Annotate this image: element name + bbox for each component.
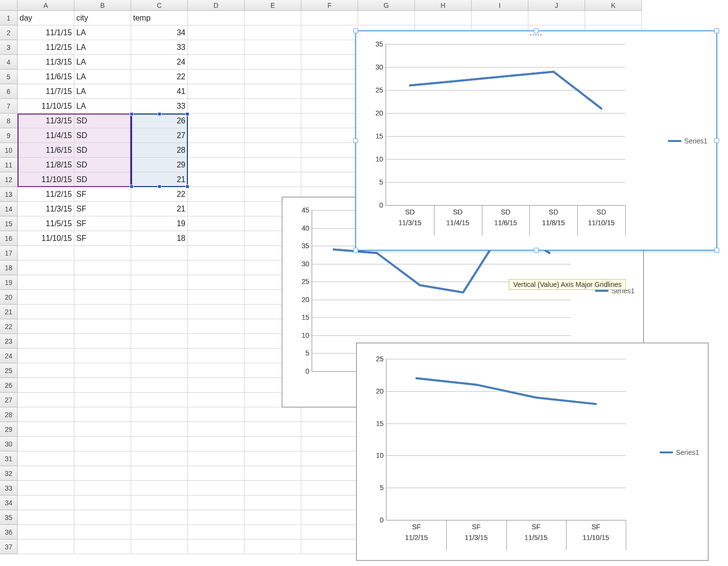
cell-E32[interactable] bbox=[245, 466, 301, 481]
cell-D24[interactable] bbox=[188, 349, 245, 363]
cell-B6[interactable]: LA bbox=[74, 84, 131, 99]
cell-A35[interactable] bbox=[18, 510, 74, 525]
cell-B25[interactable] bbox=[74, 363, 131, 378]
cell-E33[interactable] bbox=[245, 481, 301, 495]
cell-D15[interactable] bbox=[188, 216, 245, 231]
row-header-30[interactable]: 30 bbox=[0, 437, 18, 451]
row-header-32[interactable]: 32 bbox=[0, 466, 18, 481]
cell-A33[interactable] bbox=[18, 481, 74, 495]
cell-E36[interactable] bbox=[245, 525, 301, 540]
cell-A25[interactable] bbox=[18, 363, 74, 378]
cell-D10[interactable] bbox=[188, 143, 245, 158]
row-header-16[interactable]: 16 bbox=[0, 231, 18, 246]
cell-D12[interactable] bbox=[188, 172, 245, 187]
cell-A34[interactable] bbox=[18, 495, 74, 510]
cell-B24[interactable] bbox=[74, 349, 131, 363]
cell-F6[interactable] bbox=[301, 84, 358, 99]
row-header-1[interactable]: 1 bbox=[0, 11, 18, 25]
col-header-F[interactable]: F bbox=[301, 0, 358, 11]
cell-D7[interactable] bbox=[188, 99, 245, 114]
cell-E10[interactable] bbox=[245, 143, 301, 158]
cell-B4[interactable]: LA bbox=[74, 55, 131, 70]
cell-B8[interactable]: SD bbox=[74, 114, 131, 128]
cell-C31[interactable] bbox=[131, 451, 188, 466]
cell-B9[interactable]: SD bbox=[74, 128, 131, 143]
chart-sd-selected[interactable]: ▪▪▪▪▪ 05101520253035SD11/3/15SD11/4/15SD… bbox=[355, 30, 717, 251]
cell-C22[interactable] bbox=[131, 319, 188, 334]
row-header-36[interactable]: 36 bbox=[0, 525, 18, 540]
cell-D13[interactable] bbox=[188, 187, 245, 202]
col-header-H[interactable]: H bbox=[415, 0, 472, 11]
cell-C6[interactable]: 41 bbox=[131, 84, 188, 99]
cell-F36[interactable] bbox=[301, 525, 358, 540]
col-header-C[interactable]: C bbox=[131, 0, 188, 11]
cell-B3[interactable]: LA bbox=[74, 40, 131, 55]
cell-A26[interactable] bbox=[18, 378, 74, 393]
cell-A27[interactable] bbox=[18, 393, 74, 407]
cell-B31[interactable] bbox=[74, 451, 131, 466]
cell-F1[interactable] bbox=[301, 11, 358, 25]
row-header-21[interactable]: 21 bbox=[0, 305, 18, 319]
cell-A1[interactable]: day bbox=[18, 11, 74, 25]
cell-D36[interactable] bbox=[188, 525, 245, 540]
cell-B27[interactable] bbox=[74, 393, 131, 407]
cell-C14[interactable]: 21 bbox=[131, 202, 188, 216]
row-header-37[interactable]: 37 bbox=[0, 540, 18, 554]
cell-A18[interactable] bbox=[18, 260, 74, 275]
cell-B1[interactable]: city bbox=[74, 11, 131, 25]
cell-C28[interactable] bbox=[131, 407, 188, 422]
cell-C17[interactable] bbox=[131, 246, 188, 260]
row-header-12[interactable]: 12 bbox=[0, 172, 18, 187]
row-header-28[interactable]: 28 bbox=[0, 407, 18, 422]
chart-sf[interactable]: 0510152025SF11/2/15SF11/3/15SF11/5/15SF1… bbox=[356, 343, 708, 561]
cell-F12[interactable] bbox=[301, 172, 358, 187]
cell-B15[interactable]: SF bbox=[74, 216, 131, 231]
cell-C23[interactable] bbox=[131, 334, 188, 349]
row-header-5[interactable]: 5 bbox=[0, 70, 18, 84]
cell-C30[interactable] bbox=[131, 437, 188, 451]
select-all-corner[interactable] bbox=[0, 0, 18, 11]
cell-A7[interactable]: 11/10/15 bbox=[18, 99, 74, 114]
cell-B7[interactable]: LA bbox=[74, 99, 131, 114]
cell-B30[interactable] bbox=[74, 437, 131, 451]
cell-D6[interactable] bbox=[188, 84, 245, 99]
cell-B36[interactable] bbox=[74, 525, 131, 540]
cell-C11[interactable]: 29 bbox=[131, 158, 188, 172]
row-header-25[interactable]: 25 bbox=[0, 363, 18, 378]
cell-C18[interactable] bbox=[131, 260, 188, 275]
cell-A13[interactable]: 11/2/15 bbox=[18, 187, 74, 202]
cell-A32[interactable] bbox=[18, 466, 74, 481]
cell-A5[interactable]: 11/6/15 bbox=[18, 70, 74, 84]
cell-F9[interactable] bbox=[301, 128, 358, 143]
cell-E12[interactable] bbox=[245, 172, 301, 187]
cell-E37[interactable] bbox=[245, 540, 301, 554]
row-header-29[interactable]: 29 bbox=[0, 422, 18, 437]
cell-F8[interactable] bbox=[301, 114, 358, 128]
cell-A14[interactable]: 11/3/15 bbox=[18, 202, 74, 216]
cell-E4[interactable] bbox=[245, 55, 301, 70]
row-header-7[interactable]: 7 bbox=[0, 99, 18, 114]
cell-C5[interactable]: 22 bbox=[131, 70, 188, 84]
cell-E34[interactable] bbox=[245, 495, 301, 510]
col-header-J[interactable]: J bbox=[528, 0, 585, 11]
cell-A10[interactable]: 11/6/15 bbox=[18, 143, 74, 158]
cell-E29[interactable] bbox=[245, 422, 301, 437]
cell-C15[interactable]: 19 bbox=[131, 216, 188, 231]
cell-D17[interactable] bbox=[188, 246, 245, 260]
col-header-I[interactable]: I bbox=[472, 0, 528, 11]
cell-A28[interactable] bbox=[18, 407, 74, 422]
cell-D33[interactable] bbox=[188, 481, 245, 495]
cell-D37[interactable] bbox=[188, 540, 245, 554]
cell-E5[interactable] bbox=[245, 70, 301, 84]
cell-F7[interactable] bbox=[301, 99, 358, 114]
cell-E35[interactable] bbox=[245, 510, 301, 525]
cell-B16[interactable]: SF bbox=[74, 231, 131, 246]
cell-D27[interactable] bbox=[188, 393, 245, 407]
cell-A23[interactable] bbox=[18, 334, 74, 349]
col-header-A[interactable]: A bbox=[18, 0, 74, 11]
cell-D5[interactable] bbox=[188, 70, 245, 84]
cell-D3[interactable] bbox=[188, 40, 245, 55]
cell-A30[interactable] bbox=[18, 437, 74, 451]
row-header-20[interactable]: 20 bbox=[0, 290, 18, 305]
cell-B12[interactable]: SD bbox=[74, 172, 131, 187]
